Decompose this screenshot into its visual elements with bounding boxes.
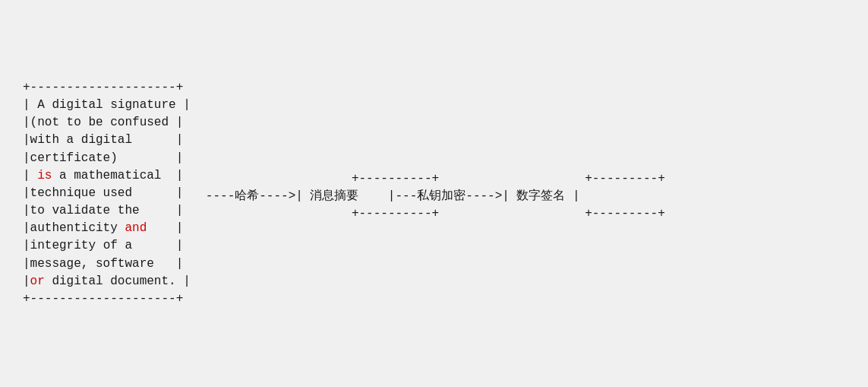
text-line: |integrity of a |	[23, 237, 191, 255]
text-line: | is a mathematical |	[23, 167, 191, 185]
text-line: +--------------------+	[23, 79, 191, 97]
text-line: |(not to be confused |	[23, 114, 191, 132]
text-line: |to validate the |	[23, 202, 191, 220]
text-line: |message, software |	[23, 255, 191, 273]
text-line: |or digital document. |	[23, 273, 191, 290]
text-line: |technique used |	[23, 185, 191, 202]
flow-line: +----------+ +---------+	[206, 170, 665, 188]
text-line: +--------------------+	[23, 290, 191, 308]
flow-diagram: +----------+ +---------+----哈希---->| 消息摘…	[206, 170, 665, 224]
text-block: +--------------------+| A digital signat…	[23, 79, 191, 308]
text-line: |certificate) |	[23, 150, 191, 167]
flow-line: +----------+ +---------+	[206, 205, 665, 223]
flow-line: ----哈希---->| 消息摘要 |---私钥加密---->| 数字签名 |	[206, 188, 665, 205]
text-line: |with a digital |	[23, 132, 191, 149]
text-line: |authenticity and |	[23, 220, 191, 237]
diagram-container: +--------------------+| A digital signat…	[23, 79, 665, 308]
text-line: | A digital signature |	[23, 97, 191, 114]
